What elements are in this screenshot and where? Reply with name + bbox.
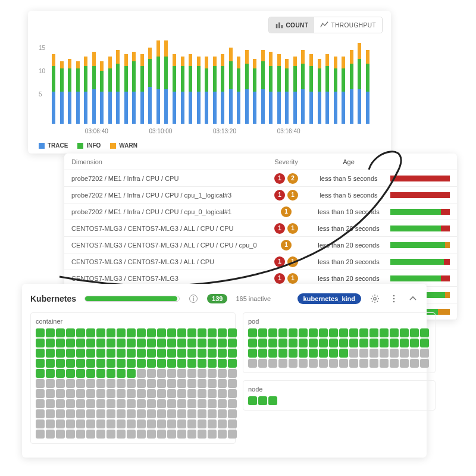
status-cell[interactable] bbox=[228, 369, 237, 378]
status-cell[interactable] bbox=[46, 349, 55, 358]
status-cell[interactable] bbox=[157, 379, 166, 388]
status-cell[interactable] bbox=[86, 328, 95, 337]
status-cell[interactable] bbox=[177, 430, 186, 439]
status-cell[interactable] bbox=[147, 328, 156, 337]
status-cell[interactable] bbox=[177, 359, 186, 368]
table-row[interactable]: CENTOS7-MLG3 / CENTOS7-MLG3 / ALL / CPU1… bbox=[64, 253, 457, 270]
status-cell[interactable] bbox=[309, 359, 318, 368]
status-cell[interactable] bbox=[76, 409, 85, 418]
status-cell[interactable] bbox=[228, 349, 237, 358]
status-cell[interactable] bbox=[268, 396, 277, 405]
status-cell[interactable] bbox=[86, 359, 95, 368]
status-cell[interactable] bbox=[339, 339, 348, 347]
status-cell[interactable] bbox=[218, 389, 227, 398]
status-cell[interactable] bbox=[198, 430, 206, 439]
status-cell[interactable] bbox=[167, 328, 176, 337]
status-cell[interactable] bbox=[167, 430, 176, 439]
status-cell[interactable] bbox=[228, 430, 237, 439]
status-cell[interactable] bbox=[208, 389, 217, 398]
status-cell[interactable] bbox=[208, 369, 217, 378]
status-cell[interactable] bbox=[46, 339, 55, 347]
status-cell[interactable] bbox=[198, 379, 206, 388]
status-cell[interactable] bbox=[117, 419, 126, 428]
status-cell[interactable] bbox=[410, 349, 419, 358]
status-cell[interactable] bbox=[107, 349, 115, 358]
scope-chip[interactable]: kubernetes_kind bbox=[298, 293, 361, 304]
status-cell[interactable] bbox=[127, 369, 136, 378]
status-cell[interactable] bbox=[198, 328, 206, 337]
status-cell[interactable] bbox=[107, 409, 115, 418]
status-cell[interactable] bbox=[137, 399, 146, 408]
status-cell[interactable] bbox=[359, 349, 368, 358]
status-cell[interactable] bbox=[117, 359, 126, 368]
status-cell[interactable] bbox=[289, 339, 298, 347]
status-cell[interactable] bbox=[157, 349, 166, 358]
status-cell[interactable] bbox=[127, 389, 136, 398]
status-cell[interactable] bbox=[86, 389, 95, 398]
status-cell[interactable] bbox=[46, 369, 55, 378]
status-cell[interactable] bbox=[117, 349, 126, 358]
status-cell[interactable] bbox=[76, 349, 85, 358]
status-cell[interactable] bbox=[390, 349, 399, 358]
status-cell[interactable] bbox=[56, 389, 65, 398]
status-cell[interactable] bbox=[187, 369, 196, 378]
status-cell[interactable] bbox=[218, 399, 227, 408]
status-cell[interactable] bbox=[157, 389, 166, 398]
status-cell[interactable] bbox=[66, 399, 75, 408]
status-cell[interactable] bbox=[107, 419, 115, 428]
status-cell[interactable] bbox=[117, 399, 126, 408]
status-cell[interactable] bbox=[147, 349, 156, 358]
status-cell[interactable] bbox=[187, 430, 196, 439]
status-cell[interactable] bbox=[167, 379, 176, 388]
status-cell[interactable] bbox=[56, 379, 65, 388]
status-cell[interactable] bbox=[198, 389, 206, 398]
status-cell[interactable] bbox=[228, 359, 237, 368]
status-cell[interactable] bbox=[390, 359, 399, 368]
status-cell[interactable] bbox=[268, 359, 277, 368]
status-cell[interactable] bbox=[390, 339, 399, 347]
status-cell[interactable] bbox=[46, 328, 55, 337]
status-cell[interactable] bbox=[208, 379, 217, 388]
status-cell[interactable] bbox=[66, 379, 75, 388]
status-cell[interactable] bbox=[167, 339, 176, 347]
throughput-toggle[interactable]: THROUGHPUT bbox=[314, 17, 382, 33]
status-cell[interactable] bbox=[177, 419, 186, 428]
status-cell[interactable] bbox=[289, 349, 298, 358]
status-cell[interactable] bbox=[107, 328, 115, 337]
gear-icon[interactable] bbox=[369, 293, 380, 304]
status-cell[interactable] bbox=[410, 328, 419, 337]
status-cell[interactable] bbox=[167, 409, 176, 418]
status-cell[interactable] bbox=[218, 430, 227, 439]
status-cell[interactable] bbox=[258, 359, 267, 368]
status-cell[interactable] bbox=[410, 339, 419, 347]
status-cell[interactable] bbox=[86, 369, 95, 378]
status-cell[interactable] bbox=[157, 359, 166, 368]
status-cell[interactable] bbox=[218, 359, 227, 368]
table-row[interactable]: probe7202 / ME1 / Infra / CPU / CPU / cp… bbox=[64, 187, 457, 203]
status-cell[interactable] bbox=[46, 389, 55, 398]
status-cell[interactable] bbox=[329, 349, 338, 358]
status-cell[interactable] bbox=[167, 419, 176, 428]
status-cell[interactable] bbox=[198, 419, 206, 428]
status-cell[interactable] bbox=[127, 349, 136, 358]
status-cell[interactable] bbox=[157, 369, 166, 378]
status-cell[interactable] bbox=[319, 349, 328, 358]
status-cell[interactable] bbox=[167, 369, 176, 378]
status-cell[interactable] bbox=[380, 328, 389, 337]
status-cell[interactable] bbox=[228, 328, 237, 337]
status-cell[interactable] bbox=[137, 359, 146, 368]
status-cell[interactable] bbox=[56, 359, 65, 368]
status-cell[interactable] bbox=[410, 359, 419, 368]
status-cell[interactable] bbox=[248, 349, 257, 358]
status-cell[interactable] bbox=[107, 359, 115, 368]
status-cell[interactable] bbox=[198, 409, 206, 418]
status-cell[interactable] bbox=[147, 379, 156, 388]
status-cell[interactable] bbox=[56, 369, 65, 378]
status-cell[interactable] bbox=[127, 339, 136, 347]
status-cell[interactable] bbox=[127, 328, 136, 337]
status-cell[interactable] bbox=[56, 328, 65, 337]
status-cell[interactable] bbox=[187, 389, 196, 398]
status-cell[interactable] bbox=[177, 328, 186, 337]
status-cell[interactable] bbox=[248, 328, 257, 337]
status-cell[interactable] bbox=[329, 328, 338, 337]
